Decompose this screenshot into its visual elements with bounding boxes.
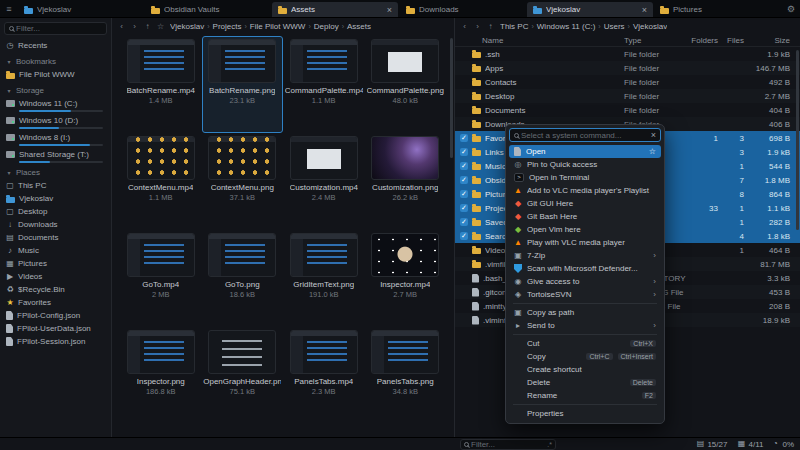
sidebar-section-bookmarks[interactable]: ▾Bookmarks [0,55,111,68]
drive-row[interactable]: Windows 8 (I:) [0,131,111,144]
settings-gear-icon[interactable]: ⚙ [782,0,800,17]
grid-item-panelstabs-png[interactable]: PanelsTabs.png34.8 kB [365,327,447,424]
menu-item-properties[interactable]: Properties [509,407,661,420]
bookmark-icon[interactable]: ☆ [155,20,166,32]
table-row-apps[interactable]: AppsFile folder146.7 MB [455,61,800,75]
grid-item-panelstabs-mp4[interactable]: PanelsTabs.mp42.3 MB [283,327,365,424]
sidebar-item-vjekoslav[interactable]: Vjekoslav [0,192,111,205]
tab-pictures[interactable]: Pictures [654,2,780,17]
bottom-filter-input[interactable] [471,440,547,449]
back-icon[interactable]: ‹ [459,20,470,32]
grid-item-inspector-mp4[interactable]: Inspector.mp42.7 MB [365,230,447,327]
sidebar-item-fpilot-session-json[interactable]: FPilot-Session.json [0,335,111,348]
context-menu-search-input[interactable] [521,131,648,140]
menu-item-delete[interactable]: DeleteDelete [509,376,661,389]
sidebar-item-pictures[interactable]: ▦Pictures [0,257,111,270]
menu-item-play-with-vlc-media-player[interactable]: ▲Play with VLC media player [509,236,661,249]
drive-row[interactable]: Windows 11 (C:) [0,97,111,110]
sidebar-item-music[interactable]: ♪Music [0,244,111,257]
menu-item-7-zip[interactable]: ▣7-Zip› [509,249,661,262]
sidebar-item-favorites[interactable]: ★Favorites [0,296,111,309]
row-checkbox[interactable]: ✓ [460,190,468,198]
menu-item-open[interactable]: Open☆ [509,145,661,158]
close-tab-icon[interactable]: × [642,5,647,15]
breadcrumb-deploy[interactable]: Deploy [314,22,339,31]
menu-item-rename[interactable]: RenameF2 [509,389,661,402]
menu-item-give-access-to[interactable]: ◉Give access to› [509,275,661,288]
column-header-files[interactable]: Files [718,36,744,45]
grid-item-opengraphheader-png[interactable]: OpenGraphHeader.png75.1 kB [202,327,284,424]
grid-item-contextmenu-png[interactable]: ContextMenu.png37.1 kB [202,133,284,230]
row-checkbox[interactable]: ✓ [460,148,468,156]
right-scrollbar[interactable] [796,36,799,435]
row-checkbox[interactable]: ✓ [460,232,468,240]
menu-item-cut[interactable]: CutCtrl+X [509,337,661,350]
column-header-size[interactable]: Size [744,36,790,45]
grid-item-batchrename-png[interactable]: BatchRename.png23.1 kB [202,36,284,133]
close-icon[interactable]: × [651,130,656,140]
sidebar-item-videos[interactable]: ▶Videos [0,270,111,283]
tab-downloads[interactable]: Downloads [400,2,526,17]
breadcrumb-vjekoslav[interactable]: Vjekoslav [170,22,204,31]
table-row-contacts[interactable]: ContactsFile folder492 B [455,75,800,89]
up-icon[interactable]: ↑ [485,20,496,32]
sidebar-item-windows-8-i[interactable]: Windows 8 (I:) [0,131,111,146]
menu-item-copy-as-path[interactable]: ▣Copy as path [509,306,661,319]
sidebar-item-shared-storage-t[interactable]: Shared Storage (T:) [0,148,111,163]
menu-item-add-to-vlc-media-player-s-playlist[interactable]: ▲Add to VLC media player's Playlist [509,184,661,197]
tab-assets[interactable]: Assets× [272,2,398,17]
breadcrumb-file-pilot-www[interactable]: File Pilot WWW [250,22,306,31]
sidebar-item-documents[interactable]: ▤Documents [0,231,111,244]
sidebar-item-downloads[interactable]: ↓Downloads [0,218,111,231]
grid-item-commandpalette-png[interactable]: CommandPalette.png48.0 kB [365,36,447,133]
row-checkbox[interactable]: ✓ [460,162,468,170]
sidebar-item-recents[interactable]: ◷Recents [0,39,111,52]
grid-item-customization-png[interactable]: Customization.png26.2 kB [365,133,447,230]
tab-vjekoslav[interactable]: Vjekoslav [18,2,144,17]
breadcrumb-users[interactable]: Users [604,22,625,31]
sidebar-filter[interactable] [4,22,107,35]
menu-item-copy[interactable]: CopyCtrl+CCtrl+Insert [509,350,661,363]
breadcrumb-projects[interactable]: Projects [213,22,242,31]
menu-item-pin-to-quick-access[interactable]: ◎Pin to Quick access [509,158,661,171]
tab-vjekoslav[interactable]: Vjekoslav× [527,2,653,17]
column-header-name[interactable]: Name [457,36,624,45]
sidebar-item-fpilot-userdata-json[interactable]: FPilot-UserData.json [0,322,111,335]
grid-item-goto-png[interactable]: GoTo.png18.6 kB [202,230,284,327]
menu-item-scan-with-microsoft-defender[interactable]: Scan with Microsoft Defender... [509,262,661,275]
menu-item-send-to[interactable]: ▸Send to› [509,319,661,332]
bottom-filter[interactable]: .* [460,439,556,450]
sidebar-item-windows-11-c[interactable]: Windows 11 (C:) [0,97,111,112]
menu-item-open-in-terminal[interactable]: >Open in Terminal [509,171,661,184]
grid-item-griditemtext-png[interactable]: GridItemText.png191.0 kB [283,230,365,327]
sidebar-item-this-pc[interactable]: ▢This PC [0,179,111,192]
forward-icon[interactable]: › [472,20,483,32]
sidebar-item-file-pilot-www[interactable]: File Pilot WWW [0,68,111,81]
menu-item-git-gui-here[interactable]: ◆Git GUI Here [509,197,661,210]
sidebar-item-recycle-bin[interactable]: ♻$Recycle.Bin [0,283,111,296]
sidebar-section-places[interactable]: ▾Places [0,166,111,179]
sidebar-item-fpilot-config-json[interactable]: FPilot-Config.json [0,309,111,322]
sidebar-item-desktop[interactable]: ▢Desktop [0,205,111,218]
menu-item-open-vim-here[interactable]: ◆Open Vim here [509,223,661,236]
table-row-documents[interactable]: DocumentsFile folder404 B [455,103,800,117]
grid-item-customization-mp4[interactable]: Customization.mp42.4 MB [283,133,365,230]
row-checkbox[interactable]: ✓ [460,176,468,184]
app-menu-icon[interactable]: ≡ [0,0,18,17]
menu-item-tortoisesvn[interactable]: ◈TortoiseSVN› [509,288,661,301]
favorite-star-icon[interactable]: ☆ [649,147,656,156]
grid-item-inspector-png[interactable]: Inspector.png186.8 kB [120,327,202,424]
table-row-desktop[interactable]: DesktopFile folder2.7 MB [455,89,800,103]
row-checkbox[interactable]: ✓ [460,204,468,212]
regex-toggle-icon[interactable]: .* [547,441,552,448]
breadcrumb-vjekoslav[interactable]: Vjekoslav [633,22,667,31]
up-icon[interactable]: ↑ [142,20,153,32]
menu-item-create-shortcut[interactable]: Create shortcut [509,363,661,376]
tab-obsidian-vaults[interactable]: Obsidian Vaults [145,2,271,17]
drive-row[interactable]: Shared Storage (T:) [0,148,111,161]
middle-scrollbar[interactable] [450,36,453,435]
breadcrumb-assets[interactable]: Assets [347,22,371,31]
grid-item-goto-mp4[interactable]: GoTo.mp42 MB [120,230,202,327]
column-header-folders[interactable]: Folders [686,36,718,45]
back-icon[interactable]: ‹ [116,20,127,32]
